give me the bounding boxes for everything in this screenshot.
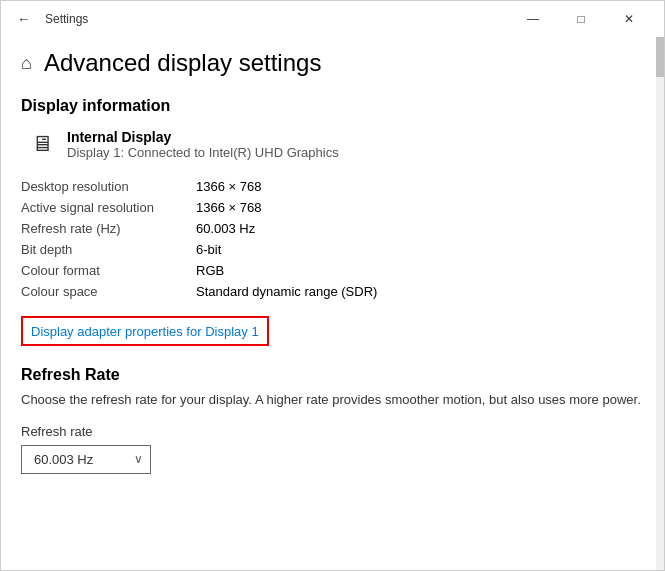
table-row: Refresh rate (Hz)60.003 Hz [21, 218, 644, 239]
window-controls: — □ ✕ [510, 4, 652, 34]
home-icon: ⌂ [21, 53, 32, 74]
title-bar: ← Settings — □ ✕ [1, 1, 664, 37]
table-row: Colour spaceStandard dynamic range (SDR) [21, 281, 644, 302]
title-bar-left: ← Settings [13, 7, 88, 31]
row-label: Refresh rate (Hz) [21, 218, 196, 239]
row-value: 1366 × 768 [196, 197, 644, 218]
row-value: Standard dynamic range (SDR) [196, 281, 644, 302]
display-info-card: 🖥 Internal Display Display 1: Connected … [21, 129, 644, 160]
refresh-rate-dropdown-container: 60.003 Hz48.000 Hz ∨ [21, 445, 151, 474]
display-information-section: Display information 🖥 Internal Display D… [21, 97, 644, 366]
row-label: Active signal resolution [21, 197, 196, 218]
table-row: Active signal resolution1366 × 768 [21, 197, 644, 218]
display-name: Internal Display [67, 129, 339, 145]
refresh-rate-heading: Refresh Rate [21, 366, 644, 384]
row-label: Colour space [21, 281, 196, 302]
row-label: Colour format [21, 260, 196, 281]
minimize-button[interactable]: — [510, 4, 556, 34]
monitor-icon: 🖥 [31, 131, 53, 157]
table-row: Colour formatRGB [21, 260, 644, 281]
table-row: Desktop resolution1366 × 768 [21, 176, 644, 197]
page-header: ⌂ Advanced display settings [21, 49, 644, 77]
refresh-rate-description: Choose the refresh rate for your display… [21, 390, 644, 410]
close-button[interactable]: ✕ [606, 4, 652, 34]
page-title: Advanced display settings [44, 49, 322, 77]
refresh-rate-section: Refresh Rate Choose the refresh rate for… [21, 366, 644, 474]
display-subtitle: Display 1: Connected to Intel(R) UHD Gra… [67, 145, 339, 160]
adapter-properties-link-box[interactable]: Display adapter properties for Display 1 [21, 316, 269, 346]
maximize-button[interactable]: □ [558, 4, 604, 34]
settings-window: ← Settings — □ ✕ ⌂ Advanced display sett… [0, 0, 665, 571]
row-value: 1366 × 768 [196, 176, 644, 197]
row-label: Bit depth [21, 239, 196, 260]
scrollbar-thumb[interactable] [656, 37, 664, 77]
refresh-rate-dropdown[interactable]: 60.003 Hz48.000 Hz [21, 445, 151, 474]
row-value: 60.003 Hz [196, 218, 644, 239]
scrollbar-track [656, 37, 664, 570]
display-info-table: Desktop resolution1366 × 768Active signa… [21, 176, 644, 302]
row-label: Desktop resolution [21, 176, 196, 197]
refresh-rate-label: Refresh rate [21, 424, 644, 439]
page-content: ⌂ Advanced display settings Display info… [1, 37, 664, 570]
back-button[interactable]: ← [13, 7, 35, 31]
row-value: RGB [196, 260, 644, 281]
window-title: Settings [45, 12, 88, 26]
row-value: 6-bit [196, 239, 644, 260]
display-information-heading: Display information [21, 97, 644, 115]
display-details: Internal Display Display 1: Connected to… [67, 129, 339, 160]
adapter-properties-link[interactable]: Display adapter properties for Display 1 [31, 324, 259, 339]
table-row: Bit depth6-bit [21, 239, 644, 260]
